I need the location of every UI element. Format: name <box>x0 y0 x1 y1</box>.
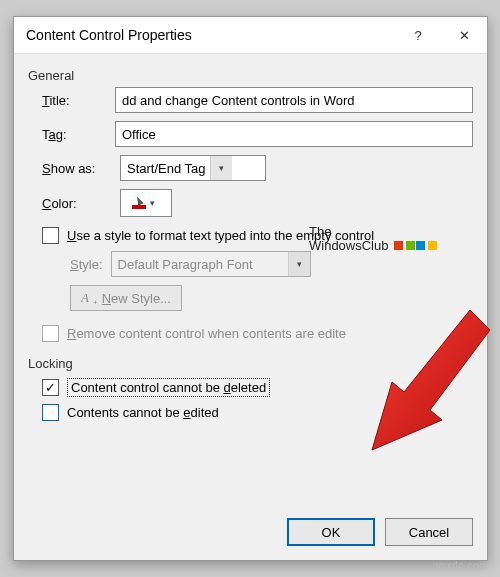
color-picker[interactable]: ▾ <box>120 189 172 217</box>
help-button[interactable]: ? <box>395 17 441 53</box>
use-style-checkbox[interactable] <box>42 227 59 244</box>
windowsclub-logo: The WindowsClub <box>309 225 416 252</box>
remove-on-edit-label: Remove content control when contents are… <box>67 326 346 341</box>
cancel-button[interactable]: Cancel <box>385 518 473 546</box>
cannot-edit-label: Contents cannot be edited <box>67 405 219 420</box>
title-input[interactable]: dd and change Content controls in Word <box>115 87 473 113</box>
style-a-icon: A <box>81 290 89 306</box>
section-general: General <box>28 68 473 83</box>
section-locking: Locking <box>28 356 473 371</box>
color-label: Color: <box>42 196 120 211</box>
chevron-down-icon: ▾ <box>288 252 310 276</box>
pencil-icon <box>132 198 146 209</box>
chevron-down-icon: ▾ <box>210 156 232 180</box>
cannot-delete-checkbox[interactable]: ✓ <box>42 379 59 396</box>
style-label: Style: <box>70 257 103 272</box>
ok-button[interactable]: OK <box>287 518 375 546</box>
remove-on-edit-checkbox <box>42 325 59 342</box>
cannot-edit-checkbox[interactable] <box>42 404 59 421</box>
tag-input[interactable]: Office <box>115 121 473 147</box>
button-row: OK Cancel <box>287 518 473 546</box>
close-button[interactable]: ✕ <box>441 17 487 53</box>
dialog-title: Content Control Properties <box>26 27 395 43</box>
chevron-down-icon: ▾ <box>150 198 160 208</box>
watermark: wsxdn.com <box>433 560 488 571</box>
new-style-button: A+ New Style... <box>70 285 182 311</box>
showas-label: Show as: <box>42 161 120 176</box>
cannot-delete-label: Content control cannot be deleted <box>67 378 270 397</box>
style-select: Default Paragraph Font ▾ <box>111 251 311 277</box>
tag-label: Tag: <box>42 127 115 142</box>
title-label: Title: <box>42 93 115 108</box>
titlebar: Content Control Properties ? ✕ <box>14 17 487 54</box>
showas-select[interactable]: Start/End Tag ▾ <box>120 155 266 181</box>
content-control-properties-dialog: Content Control Properties ? ✕ General T… <box>13 16 488 561</box>
